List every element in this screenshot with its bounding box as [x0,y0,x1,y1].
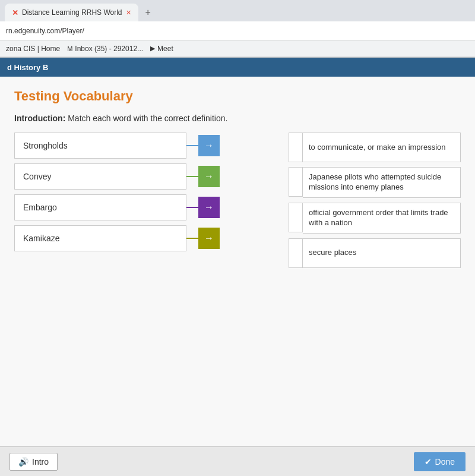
gmail-icon: M [67,45,72,52]
bookmarks-bar: zona CIS | Home M Inbox (35) - 292012...… [0,40,475,57]
bookmark-meet[interactable]: ▶ Meet [150,45,173,53]
word-box-strongholds: Strongholds [14,133,186,159]
tab-x-icon: ✕ [12,8,18,17]
meet-icon: ▶ [150,45,155,52]
def-checkbox-3[interactable] [289,203,303,232]
speaker-icon: 🔊 [18,457,28,466]
arrow-btn-kamikaze[interactable]: → [198,228,220,249]
arrow-icon-strongholds: → [204,140,214,151]
browser-tab[interactable]: ✕ Distance Learning RRHS World ✕ [5,4,138,21]
definition-item-2: Japanese pilots who attempted suicide mi… [289,167,461,198]
word-label-kamikaze: Kamikaze [23,234,59,243]
word-item-embargo: Embargo → [14,194,234,220]
instruction-prefix: Introduction: [14,114,65,123]
bottom-bar: 🔊 Intro ✔ Done [0,446,475,476]
bookmark-cis[interactable]: zona CIS | Home [6,45,60,53]
left-column: Strongholds → Convey → Emb [14,133,234,251]
new-tab-button[interactable]: + [142,6,154,19]
def-checkbox-4[interactable] [289,238,303,268]
def-text-4: secure places [303,238,461,268]
tab-bar: ✕ Distance Learning RRHS World ✕ + [0,0,475,21]
definition-item-1: to communicate, or make an impression [289,133,461,162]
definition-item-3: official government order that limits tr… [289,203,461,234]
def-text-3: official government order that limits tr… [303,203,461,234]
arrow-icon-kamikaze: → [204,233,214,244]
word-item-kamikaze: Kamikaze → [14,225,234,251]
def-checkbox-1[interactable] [289,133,303,162]
browser-chrome: ✕ Distance Learning RRHS World ✕ + rn.ed… [0,0,475,58]
word-label-strongholds: Strongholds [23,141,68,150]
arrow-icon-convey: → [204,171,214,182]
word-label-convey: Convey [23,172,51,181]
bookmark-cis-label: zona CIS | Home [6,45,60,53]
word-box-convey: Convey [14,163,186,190]
word-box-embargo: Embargo [14,194,186,220]
connector-convey [186,176,198,177]
page-title: Testing Vocabulary [14,89,461,104]
connector-strongholds [186,145,198,146]
connector-kamikaze [186,238,198,239]
address-bar[interactable]: rn.edgenuity.com/Player/ [0,21,475,40]
bookmark-meet-label: Meet [157,45,173,53]
main-content: Testing Vocabulary Introduction: Match e… [0,77,475,447]
app-header-label: d History B [7,63,48,72]
connector-embargo [186,207,198,208]
arrow-btn-embargo[interactable]: → [198,197,220,218]
word-box-kamikaze: Kamikaze [14,225,186,251]
done-label: Done [435,457,455,466]
word-item-convey: Convey → [14,163,234,190]
instruction-text: Match each word with the correct definit… [68,114,227,123]
definition-item-4: secure places [289,238,461,268]
matching-container: Strongholds → Convey → Emb [14,133,461,268]
checkmark-icon: ✔ [425,457,432,466]
word-item-strongholds: Strongholds → [14,133,234,159]
arrow-btn-strongholds[interactable]: → [198,135,220,156]
address-text: rn.edgenuity.com/Player/ [6,27,84,35]
app-header: d History B [0,58,475,77]
def-text-1: to communicate, or make an impression [303,133,461,162]
bookmark-inbox[interactable]: M Inbox (35) - 292012... [67,45,143,53]
def-checkbox-2[interactable] [289,167,303,197]
tab-label: Distance Learning RRHS World [22,8,122,17]
intro-label: Intro [32,457,49,466]
instruction: Introduction: Match each word with the c… [14,114,461,123]
bookmark-inbox-label: Inbox (35) - 292012... [75,45,143,53]
word-label-embargo: Embargo [23,203,57,212]
arrow-icon-embargo: → [204,202,214,213]
right-column: to communicate, or make an impression Ja… [289,133,461,268]
intro-button[interactable]: 🔊 Intro [10,453,58,471]
done-button[interactable]: ✔ Done [414,452,466,471]
def-text-2: Japanese pilots who attempted suicide mi… [303,167,461,198]
arrow-btn-convey[interactable]: → [198,166,220,187]
tab-favicon: ✕ [126,9,131,17]
